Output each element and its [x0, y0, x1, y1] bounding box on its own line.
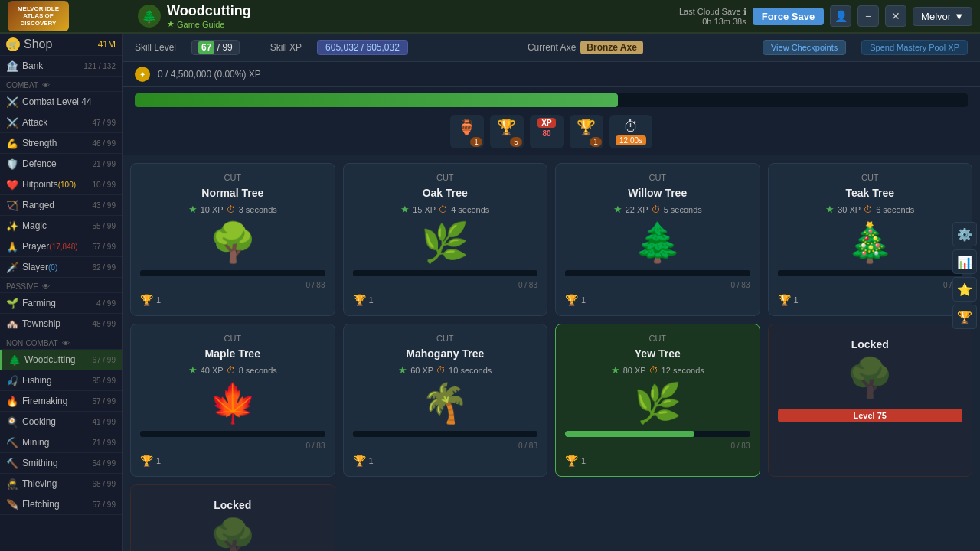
- sidebar-item-prayer[interactable]: 🙏 Prayer(17,848) 57 / 99: [0, 236, 122, 257]
- sidebar-item-fletching[interactable]: 🪶 Fletching 57 / 99: [0, 494, 122, 515]
- mastery-trophy-icon: 🏆: [353, 294, 366, 306]
- skill-level-badge: 67 / 99: [191, 40, 240, 55]
- woodcutting-count: 67 / 99: [92, 356, 116, 364]
- tree-action-label: Cut: [436, 173, 454, 182]
- skill-name: Woodcutting: [167, 3, 251, 19]
- badge-trophy1: 🏺 1: [450, 115, 484, 148]
- noncombat-visibility-icon[interactable]: 👁: [62, 339, 70, 347]
- attack-icon: ⚔️: [6, 116, 18, 129]
- hitpoints-icon: ❤️: [6, 178, 18, 191]
- sidebar-item-hitpoints[interactable]: ❤️ Hitpoints(100) 10 / 99: [0, 174, 122, 195]
- skill-title: 🌲 Woodcutting ★ Game Guide: [138, 3, 671, 29]
- sidebar-item-smithing[interactable]: 🔨 Smithing 54 / 99: [0, 453, 122, 474]
- game-guide-link[interactable]: ★ Game Guide: [167, 19, 251, 29]
- sidebar-item-ranged[interactable]: 🏹 Ranged 43 / 99: [0, 195, 122, 216]
- clock-icon: ⏱: [652, 204, 661, 215]
- tree-card-oak[interactable]: Cut Oak Tree ★ 15 XP ⏱ 4 seconds 🌿 0 / 8…: [343, 163, 548, 316]
- sidebar-item-defence[interactable]: 🛡️ Defence 21 / 99: [0, 154, 122, 174]
- clock-icon: ⏱: [864, 204, 873, 215]
- close-icon-button[interactable]: ✕: [885, 5, 906, 27]
- mastery-value: 1: [369, 295, 374, 305]
- tree-card-mahogany[interactable]: Cut Mahogany Tree ★ 60 XP ⏱ 10 seconds 🌴…: [343, 324, 548, 477]
- user-menu-button[interactable]: Melvor ▼: [913, 7, 972, 26]
- tree-name: Maple Tree: [205, 347, 260, 360]
- person-icon-button[interactable]: 👤: [830, 5, 851, 27]
- chart-icon-button[interactable]: 📊: [952, 249, 977, 274]
- township-count: 48 / 99: [92, 320, 116, 328]
- view-checkpoints-button[interactable]: View Checkpoints: [763, 40, 846, 55]
- settings-icon-button[interactable]: ⚙️: [952, 222, 977, 246]
- tree-card-maple[interactable]: Cut Maple Tree ★ 40 XP ⏱ 8 seconds 🍁 0 /…: [130, 324, 335, 477]
- tree-progress-text: 0 / 83: [518, 442, 537, 450]
- tree-image: 🌿: [421, 220, 469, 266]
- tree-card-locked2[interactable]: Locked 🌳 Level 90: [130, 484, 335, 551]
- cooking-label: Cooking: [22, 416, 92, 427]
- trophy2-icon: 🏆: [497, 118, 516, 136]
- passive-visibility-icon[interactable]: 👁: [42, 282, 50, 291]
- sidebar-item-farming[interactable]: 🌱 Farming 4 / 99: [0, 293, 122, 314]
- trophy-icon-button[interactable]: 🏆: [952, 305, 977, 329]
- combat-visibility-icon[interactable]: 👁: [42, 81, 50, 90]
- sidebar-item-firemaking[interactable]: 🔥 Firemaking 57 / 99: [0, 391, 122, 412]
- minus-icon-button[interactable]: −: [858, 5, 879, 27]
- sidebar-item-attack[interactable]: ⚔️ Attack 47 / 99: [0, 112, 122, 133]
- tree-grid: Cut Normal Tree ★ 10 XP ⏱ 3 seconds 🌳 0 …: [122, 155, 980, 551]
- xp-progress-text: 0 / 4,500,000 (0.00%) XP: [158, 69, 261, 80]
- sidebar-item-magic[interactable]: ✨ Magic 55 / 99: [0, 216, 122, 236]
- sidebar-section-combat: COMBAT 👁: [0, 77, 122, 92]
- sidebar-item-township[interactable]: 🏘️ Township 48 / 99: [0, 314, 122, 334]
- sidebar-item-shop[interactable]: 🛒 Shop 41M: [0, 34, 122, 56]
- firemaking-icon: 🔥: [6, 395, 18, 407]
- sidebar-item-woodcutting[interactable]: 🌲 Woodcutting 67 / 99: [0, 350, 122, 370]
- mastery-value: 1: [369, 456, 374, 465]
- sidebar-item-fishing[interactable]: 🎣 Fishing 95 / 99: [0, 370, 122, 391]
- xp-star-icon: ★: [398, 364, 407, 376]
- defence-icon: 🛡️: [6, 158, 18, 170]
- attack-label: Attack: [22, 117, 92, 128]
- tree-action-label: Cut: [648, 173, 666, 182]
- badge-xp: XP 80: [530, 115, 564, 148]
- cloud-save-info: Last Cloud Save ℹ 0h 13m 38s: [679, 7, 746, 26]
- tree-xp-bar: [353, 431, 538, 437]
- tree-name: Normal Tree: [201, 187, 263, 199]
- main-layout: 🛒 Shop 41M 🏦 Bank 121 / 132 COMBAT 👁 ⚔️ …: [0, 34, 980, 551]
- prayer-label: Prayer(17,848): [22, 241, 92, 252]
- tree-card-normal[interactable]: Cut Normal Tree ★ 10 XP ⏱ 3 seconds 🌳 0 …: [130, 163, 335, 316]
- hitpoints-label: Hitpoints(100): [22, 179, 92, 190]
- sidebar-item-thieving[interactable]: 🥷 Thieving 68 / 99: [0, 474, 122, 494]
- cooking-icon: 🍳: [6, 416, 18, 428]
- timer-icon: ⏱: [623, 118, 639, 135]
- tree-card-willow[interactable]: Cut Willow Tree ★ 22 XP ⏱ 5 seconds 🌲 0 …: [555, 163, 760, 316]
- smithing-label: Smithing: [22, 458, 92, 468]
- xp-star-icon: ★: [613, 204, 622, 215]
- tree-image: 🌳: [846, 355, 893, 401]
- sidebar-item-strength[interactable]: 💪 Strength 46 / 99: [0, 133, 122, 154]
- thieving-count: 68 / 99: [92, 480, 116, 488]
- badge-row: 🏺 1 🏆 5 XP 80 🏆 1 ⏱ 12.00s: [135, 112, 968, 152]
- tree-mastery-row: 🏆 1: [353, 455, 538, 467]
- sidebar-item-mining[interactable]: ⛏️ Mining 71 / 99: [0, 432, 122, 453]
- strength-count: 46 / 99: [92, 139, 116, 148]
- sidebar-item-bank[interactable]: 🏦 Bank 121 / 132: [0, 56, 122, 77]
- tree-image: 🎄: [846, 220, 893, 266]
- tree-card-locked1[interactable]: Locked 🌳 Level 75: [768, 324, 973, 477]
- sidebar-item-combat-level[interactable]: ⚔️ Combat Level 44: [0, 92, 122, 112]
- tree-card-teak[interactable]: Cut Teak Tree ★ 30 XP ⏱ 6 seconds 🎄 0 / …: [768, 163, 973, 316]
- trophy3-icon: 🏆: [577, 118, 596, 136]
- tree-xp-info: ★ 22 XP ⏱ 5 seconds: [613, 204, 702, 215]
- tree-xp-fill: [565, 431, 694, 437]
- tree-mastery-row: 🏆 1: [565, 455, 750, 467]
- sidebar-item-slayer[interactable]: 🗡️ Slayer(0) 62 / 99: [0, 257, 122, 278]
- spend-mastery-button[interactable]: Spend Mastery Pool XP: [861, 40, 968, 55]
- defence-label: Defence: [22, 158, 92, 169]
- clock-icon: ⏱: [649, 365, 658, 376]
- defence-count: 21 / 99: [92, 160, 116, 168]
- smithing-icon: 🔨: [6, 457, 18, 469]
- star-icon-button[interactable]: ⭐: [952, 277, 977, 302]
- woodcutting-label: Woodcutting: [24, 354, 92, 365]
- sidebar-item-cooking[interactable]: 🍳 Cooking 41 / 99: [0, 412, 122, 432]
- tree-progress-text: 0 / 83: [518, 281, 537, 289]
- tree-mastery-row: 🏆 1: [140, 455, 325, 467]
- tree-card-yew[interactable]: Cut Yew Tree ★ 80 XP ⏱ 12 seconds 🌿 0 / …: [555, 324, 760, 477]
- force-save-button[interactable]: Force Save: [753, 8, 824, 25]
